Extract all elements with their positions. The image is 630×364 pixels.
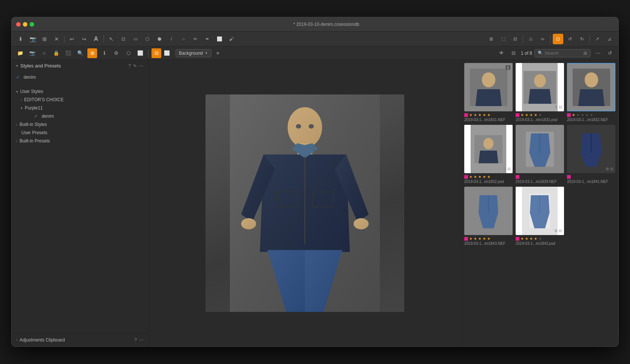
single-view-btn[interactable]: ⬜	[162, 48, 172, 58]
user-presets-item[interactable]: User Presets	[12, 129, 148, 137]
grid-view-btn[interactable]: ⊞	[87, 48, 97, 58]
select-tool[interactable]: ↖	[106, 34, 117, 44]
redo-button[interactable]: ↪	[79, 34, 89, 44]
thumbnail-item[interactable]: ⚙ ⊟ · · · · · 2019-03-1...im1841.NEF	[567, 125, 615, 184]
options-icon[interactable]: ⊟	[610, 167, 613, 171]
line-tool[interactable]: /	[166, 34, 177, 44]
options-icon[interactable]: ⊟	[559, 105, 562, 109]
search-input[interactable]	[544, 51, 582, 56]
more-options-btn[interactable]: ⋯	[593, 48, 603, 58]
gear-icon[interactable]: ⚙	[606, 167, 609, 171]
denim-sub-item[interactable]: ✓ denim	[12, 112, 148, 120]
edit-icon[interactable]: ✎	[133, 63, 137, 69]
more-icon[interactable]: ⋯	[139, 63, 144, 69]
gear-icon[interactable]: ⚙	[606, 105, 609, 109]
eye-tool[interactable]: ∞	[537, 34, 548, 44]
grid-tool[interactable]: ⊞	[486, 34, 496, 44]
thumb-info: ★ ★ ★ ★ ★ 2019-03-1...im1832.psd	[464, 175, 513, 184]
pen-tool[interactable]: ✏	[190, 34, 201, 44]
warning-tool[interactable]: ⚠	[525, 34, 536, 44]
expand-tool[interactable]: ↗	[592, 34, 603, 44]
search2-btn[interactable]: 🔍	[75, 48, 85, 58]
stack-btn[interactable]: ⬛	[63, 48, 73, 58]
undo2-tool[interactable]: ↺	[565, 34, 575, 44]
pencil-tool[interactable]: ✒	[202, 34, 213, 44]
gear-icon[interactable]: ⚙	[503, 167, 506, 171]
folder-btn[interactable]: 📁	[15, 48, 25, 58]
gear-icon[interactable]: ⚙	[554, 167, 558, 171]
background-dropdown[interactable]: Background ▼	[176, 49, 212, 57]
editors-choice-item[interactable]: › EDITOR'S CHOICE	[12, 96, 148, 104]
thumbnail-item[interactable]: ⚙ ⊟ ★ ★ ★ ★ ★ 2019-03-1...im1832.NEF	[567, 63, 615, 122]
filmstrip-btn[interactable]: ⊟	[509, 48, 519, 58]
ellipse-tool[interactable]: ○	[178, 34, 189, 44]
close-button[interactable]	[16, 22, 21, 27]
thumbnail-item[interactable]: ⚙ ⊟ 1 ★ ★ ★ ★ ★ 2019-03-1...im1831.NEF	[464, 63, 513, 122]
user-styles-item[interactable]: ▾ User Styles	[12, 87, 148, 96]
close-session-button[interactable]: ✕	[51, 34, 62, 44]
transform-tool[interactable]: ⊡	[118, 34, 129, 44]
browse-button[interactable]: ⊞	[39, 34, 50, 44]
options-icon[interactable]: ⊟	[559, 167, 562, 171]
gear-icon[interactable]: ⚙	[503, 105, 506, 109]
thumbnail-item[interactable]: ⚙ ⊟ · · · · · 2019-03-1...im1839.NEF	[516, 125, 564, 184]
adjustments-help-icon[interactable]: ?	[134, 337, 137, 343]
options-icon[interactable]: ⊟	[610, 105, 613, 109]
gear-icon[interactable]: ⚙	[554, 105, 558, 109]
thumb-counter: 1	[506, 65, 510, 70]
path-tool[interactable]: ⬢	[154, 34, 165, 44]
plugin-btn[interactable]: ⬡	[123, 48, 133, 58]
rect-tool[interactable]: ▭	[130, 34, 141, 44]
thumbnail-image: ⚙ ⊟	[464, 187, 513, 235]
built-in-styles-item[interactable]: › Built-in Styles	[12, 120, 148, 129]
eraser-tool[interactable]: ⬜	[214, 34, 225, 44]
help-icon[interactable]: ?	[128, 63, 131, 69]
thumbnail-item[interactable]: ⚙ ⊟ ★ ★ ★ ★ ★ 2019-03-1...nim1831.psd	[516, 63, 564, 122]
maximize-button[interactable]	[30, 22, 34, 27]
purple11-item[interactable]: ▾ Purple11	[12, 104, 148, 112]
crop-tool[interactable]: ⬡	[142, 34, 153, 44]
frame-tool[interactable]: ⬚	[498, 34, 508, 44]
mask-btn[interactable]: ⬜	[135, 48, 145, 58]
multi-view-btn[interactable]: ⊟	[152, 48, 161, 58]
lock-btn[interactable]: 🔒	[51, 48, 61, 58]
gear-icon[interactable]: ⚙	[554, 229, 558, 233]
built-in-presets-item[interactable]: › Built-in Presets	[12, 137, 148, 145]
options-icon[interactable]: ⊟	[507, 229, 510, 233]
thumbnail-item[interactable]: ⚙ ⊟ ★ ★ ★ ★ ★ 2019-03-1...im1843.psd	[516, 187, 564, 246]
dots-tool[interactable]: ⊟	[510, 34, 520, 44]
camera2-btn[interactable]: 📷	[27, 48, 37, 58]
eye2-btn[interactable]: 👁	[497, 48, 507, 58]
panel-collapse-icon[interactable]: ▾	[16, 64, 18, 68]
thumbnail-item[interactable]: ⚙ ⊟ ★ ★ ★ ★ ★ 2019-03-1...im1843.NEF	[464, 187, 513, 246]
camera-button[interactable]: 📷	[27, 34, 38, 44]
text-button[interactable]: A	[91, 34, 101, 44]
adjustments-more-icon[interactable]: ⋯	[139, 337, 144, 343]
adjust-tool[interactable]: ⊿	[604, 34, 615, 44]
tree-item-label: Purple11	[25, 105, 43, 111]
thumb-overlay: ⚙ ⊟	[503, 167, 510, 171]
star3-empty: ·	[576, 175, 578, 179]
paint-tool[interactable]: 🖌	[226, 34, 237, 44]
circle-btn[interactable]: ○	[39, 48, 49, 58]
gear2-btn[interactable]: ⚙	[111, 48, 121, 58]
options-icon[interactable]: ⊟	[507, 105, 510, 109]
search-options-icon[interactable]: ⊞	[584, 51, 587, 56]
redo2-tool[interactable]: ↻	[577, 34, 587, 44]
info2-btn[interactable]: ℹ	[99, 48, 109, 58]
gear-icon[interactable]: ⚙	[503, 229, 506, 233]
svg-point-13	[534, 74, 546, 87]
import-button[interactable]: ⬇	[15, 34, 26, 44]
active-denim-item[interactable]: ✓ denim	[12, 73, 148, 81]
sep1	[64, 35, 64, 43]
options-icon[interactable]: ⊟	[559, 229, 562, 233]
refresh-btn[interactable]: ↺	[605, 48, 615, 58]
compare-tool[interactable]: ⊡	[553, 34, 563, 44]
options-icon[interactable]: ⊟	[507, 167, 510, 171]
thumbnail-item[interactable]: ⚙ ⊟ ★ ★ ★ ★ ★ 2019-03-1...im1832.psd	[464, 125, 513, 184]
add-button[interactable]: +	[214, 49, 222, 57]
adjustments-collapse-icon[interactable]: ›	[16, 338, 17, 342]
star2: ★	[474, 175, 477, 179]
minimize-button[interactable]	[23, 22, 27, 27]
undo-button[interactable]: ↩	[67, 34, 77, 44]
